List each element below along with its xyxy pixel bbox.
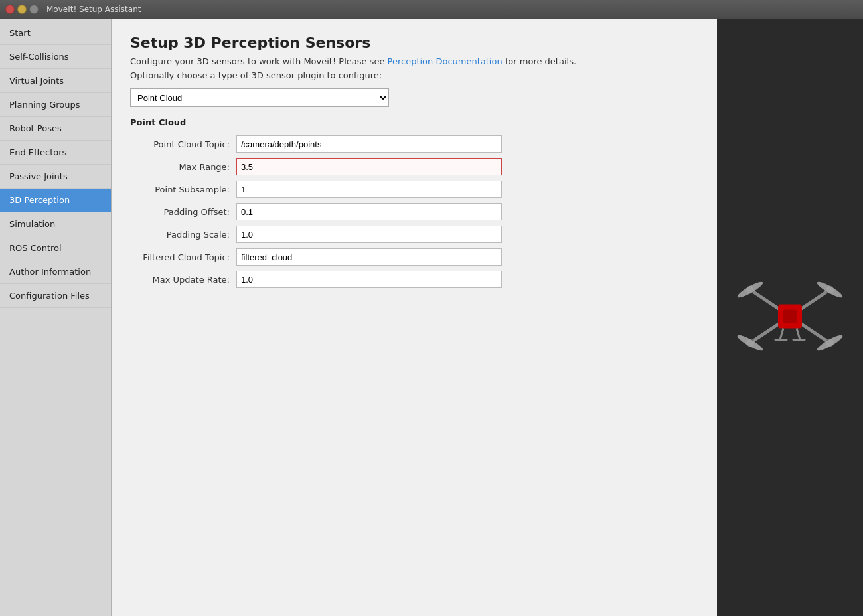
sidebar-item-configuration-files[interactable]: Configuration Files bbox=[0, 284, 111, 308]
window-controls bbox=[5, 5, 39, 14]
sensor-type-select[interactable]: Point CloudDepth MapNone bbox=[130, 88, 389, 107]
maximize-button[interactable] bbox=[29, 5, 39, 14]
main-content: Setup 3D Perception Sensors Configure yo… bbox=[112, 19, 717, 616]
svg-line-14 bbox=[780, 329, 783, 340]
filtered-cloud-topic-input[interactable] bbox=[236, 248, 502, 266]
page-title: Setup 3D Perception Sensors bbox=[130, 35, 698, 51]
description-suffix: for more details. bbox=[505, 56, 576, 66]
sidebar-item-start[interactable]: Start bbox=[0, 21, 111, 45]
sidebar: StartSelf-CollisionsVirtual JointsPlanni… bbox=[0, 19, 112, 616]
sidebar-item-robot-poses[interactable]: Robot Poses bbox=[0, 117, 111, 141]
padding-scale-label: Padding Scale: bbox=[130, 230, 236, 240]
3d-viewport bbox=[717, 19, 863, 616]
svg-line-15 bbox=[797, 329, 800, 340]
sidebar-item-simulation[interactable]: Simulation bbox=[0, 212, 111, 236]
close-button[interactable] bbox=[5, 5, 15, 14]
max-update-rate-input[interactable] bbox=[236, 271, 502, 288]
padding-offset-input[interactable] bbox=[236, 203, 502, 220]
sidebar-item-author-information[interactable]: Author Information bbox=[0, 260, 111, 284]
window-title: MoveIt! Setup Assistant bbox=[46, 5, 141, 14]
svg-rect-13 bbox=[783, 310, 797, 323]
point-cloud-topic-label: Point Cloud Topic: bbox=[130, 139, 236, 149]
point-subsample-input[interactable] bbox=[236, 181, 502, 198]
drone-visualization bbox=[730, 273, 850, 362]
max-range-input[interactable] bbox=[236, 158, 502, 175]
sidebar-item-end-effectors[interactable]: End Effectors bbox=[0, 141, 111, 165]
form-grid: Point Cloud Topic:Max Range:Point Subsam… bbox=[130, 135, 698, 288]
padding-scale-input[interactable] bbox=[236, 226, 502, 243]
sidebar-item-planning-groups[interactable]: Planning Groups bbox=[0, 93, 111, 117]
perception-docs-link[interactable]: Perception Documentation bbox=[388, 56, 503, 66]
section-title: Point Cloud bbox=[130, 117, 698, 127]
max-update-rate-label: Max Update Rate: bbox=[130, 275, 236, 285]
sidebar-item-virtual-joints[interactable]: Virtual Joints bbox=[0, 69, 111, 93]
sidebar-item-ros-control[interactable]: ROS Control bbox=[0, 236, 111, 260]
point-subsample-label: Point Subsample: bbox=[130, 185, 236, 194]
app-body: StartSelf-CollisionsVirtual JointsPlanni… bbox=[0, 19, 863, 616]
sidebar-item-self-collisions[interactable]: Self-Collisions bbox=[0, 45, 111, 69]
sidebar-item-passive-joints[interactable]: Passive Joints bbox=[0, 165, 111, 189]
padding-offset-label: Padding Offset: bbox=[130, 207, 236, 217]
max-range-label: Max Range: bbox=[130, 162, 236, 172]
filtered-cloud-topic-label: Filtered Cloud Topic: bbox=[130, 252, 236, 262]
drone-svg bbox=[730, 273, 850, 360]
title-bar: MoveIt! Setup Assistant bbox=[0, 0, 863, 19]
point-cloud-topic-input[interactable] bbox=[236, 135, 502, 153]
description: Configure your 3D sensors to work with M… bbox=[130, 56, 698, 66]
description-text: Configure your 3D sensors to work with M… bbox=[130, 56, 384, 66]
minimize-button[interactable] bbox=[17, 5, 27, 14]
sub-description: Optionally choose a type of 3D sensor pl… bbox=[130, 70, 698, 80]
sidebar-item-3d-perception[interactable]: 3D Perception bbox=[0, 189, 111, 212]
